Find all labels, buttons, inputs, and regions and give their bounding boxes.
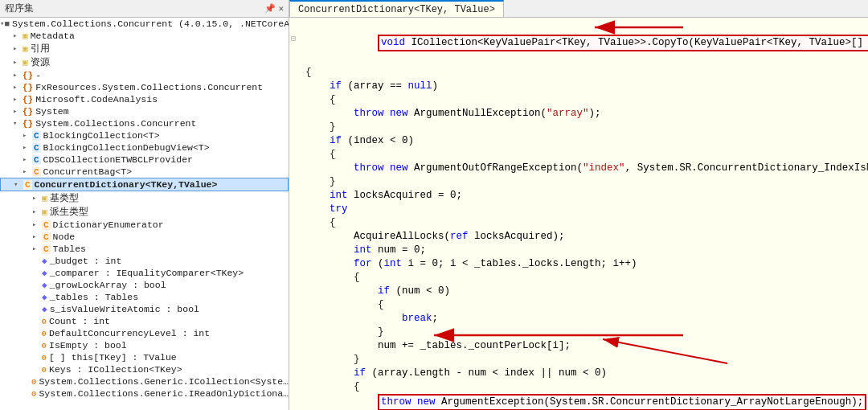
tree-label: ConcurrentBag<T> (43, 166, 132, 177)
namespace-icon: {} (23, 107, 33, 117)
folder-icon: ▣ (23, 57, 28, 68)
code-text: } (305, 353, 360, 367)
tree-label: 引用 (31, 43, 50, 55)
code-text: int num = 0; (305, 244, 426, 257)
expand-icon: ▸ (32, 244, 42, 253)
tree-label: _growLockArray : bool (50, 280, 166, 290)
code-line: { (305, 93, 862, 107)
expand-icon: ▸ (13, 44, 23, 53)
tree-item[interactable]: ▾ {} System.Collections.Concurrent (0, 117, 289, 129)
code-line: if (num < 0) (305, 285, 862, 298)
tree-item[interactable]: ▸ C CDSCollectionETWBCLProvider (0, 154, 289, 166)
code-line: break; (305, 312, 862, 326)
tree-item[interactable]: ▸ {} - (0, 69, 289, 81)
code-text: { (305, 93, 336, 107)
code-text: { (305, 148, 336, 162)
property-icon: ⚙ (42, 329, 47, 338)
top-bar: 程序集 📌 ✕ ConcurrentDictionary<TKey, TValu… (0, 0, 868, 18)
tree-item[interactable]: ◆ _budget : int (0, 255, 289, 267)
folder-icon: ▣ (42, 207, 47, 217)
tree-label: BlockingCollectionDebugView<T> (43, 142, 210, 153)
tree-item[interactable]: ◆ _tables : Tables (0, 291, 289, 303)
tree-label: - (35, 70, 41, 80)
tree-item[interactable]: ▸ C BlockingCollectionDebugView<T> (0, 141, 289, 154)
expand-icon: ▸ (23, 167, 32, 176)
tree-item[interactable]: ▸ {} FxResources.System.Collections.Conc… (0, 81, 289, 93)
property-icon: ⚙ (42, 353, 47, 363)
code-line: } (305, 175, 862, 189)
tree-item[interactable]: ▸ C Tables (0, 243, 289, 255)
tree-item[interactable]: ▾ ■ System.Collections.Concurrent (4.0.1… (0, 18, 289, 30)
tree-item[interactable]: ▸ C DictionaryEnumerator (0, 219, 289, 231)
tree-item-selected[interactable]: ▾ C ConcurrentDictionary<TKey,TValue> (0, 178, 289, 191)
collapse-marker[interactable]: ⊟ (291, 34, 296, 43)
namespace-icon: {} (23, 119, 33, 129)
code-line: { (305, 216, 862, 230)
tree-item[interactable]: ▸ C ConcurrentBag<T> (0, 166, 289, 178)
tree-label: System.Collections.Concurrent (4.0.15.0,… (12, 18, 289, 29)
class-icon: C (42, 232, 51, 242)
folder-icon: ▣ (42, 193, 47, 203)
expand-icon: ▸ (13, 95, 23, 104)
code-line: if (array.Length - num < index || num < … (305, 367, 862, 380)
tab-active[interactable]: ConcurrentDictionary<TKey, TValue> (289, 0, 504, 17)
tree-item[interactable]: ⚙ IsEmpty : bool (0, 339, 289, 351)
tree-item[interactable]: ▸ ▣ 基类型 (0, 191, 289, 205)
code-line: } (305, 326, 862, 339)
field-icon: ◆ (42, 304, 47, 314)
expand-icon: ▸ (23, 155, 32, 164)
code-line: } (305, 121, 862, 134)
tree-item[interactable]: ▸ ▣ Metadata (0, 30, 289, 42)
tree-label: Count : int (49, 316, 110, 326)
code-text: throw new ArgumentNullException("array")… (305, 107, 601, 121)
panel-toolbar: 📌 ✕ (264, 3, 284, 14)
tree-label: s_isValueWriteAtomic : bool (50, 304, 199, 314)
tree-item[interactable]: ◆ _comparer : IEqualityComparer<TKey> (0, 267, 289, 279)
tree-item[interactable]: ▸ ▣ 资源 (0, 55, 289, 69)
tree-label: Microsoft.CodeAnalysis (35, 94, 158, 105)
expand-icon: ▸ (23, 131, 32, 140)
app-container: 程序集 📌 ✕ ConcurrentDictionary<TKey, TValu… (0, 0, 868, 410)
tree-item[interactable]: ⚙ DefaultConcurrencyLevel : int (0, 327, 289, 339)
tree-item[interactable]: ▸ ▣ 引用 (0, 42, 289, 55)
tree-item[interactable]: ⚙ System.Collections.Generic.IReadOnlyDi… (0, 387, 289, 400)
tree-item[interactable]: ⚙ [ ] this[TKey] : TValue (0, 351, 289, 363)
tree-item[interactable]: ▸ ▣ 派生类型 (0, 205, 289, 219)
expand-icon: ▸ (23, 143, 32, 152)
tree-item[interactable]: ◆ _growLockArray : bool (0, 279, 289, 291)
tree-item[interactable]: ⚙ Keys : ICollection<TKey> (0, 363, 289, 375)
field-icon: ◆ (42, 268, 47, 278)
right-panel-header: ConcurrentDictionary<TKey, TValue> (289, 0, 868, 17)
expand-icon: ▸ (32, 232, 42, 241)
tree-item[interactable]: ▸ C Node (0, 231, 289, 243)
close-icon[interactable]: ✕ (278, 3, 284, 14)
tree-item[interactable]: ◆ s_isValueWriteAtomic : bool (0, 303, 289, 315)
code-text: { (305, 216, 336, 230)
tree-label: System.Collections.Generic.IReadOnlyDict… (39, 388, 289, 399)
tree-item[interactable]: ▸ {} Microsoft.CodeAnalysis (0, 93, 289, 105)
property-icon: ⚙ (42, 365, 47, 375)
code-text: num += _tables._countPerLock[i]; (305, 339, 571, 353)
main-layout: ▾ ■ System.Collections.Concurrent (4.0.1… (0, 18, 868, 410)
property-icon: ⚙ (42, 341, 47, 351)
class-icon: C (32, 131, 41, 141)
code-text: { (305, 380, 360, 394)
expand-icon: ▸ (13, 107, 23, 116)
code-text: AcquireAllLocks(ref locksAcquired); (305, 230, 565, 244)
code-text: } (305, 326, 384, 339)
tree-item[interactable]: ▸ C BlockingCollection<T> (0, 129, 289, 141)
tree-item[interactable]: ⚙ Count : int (0, 315, 289, 327)
tree-item[interactable]: ▸ {} System (0, 105, 289, 117)
property-icon: ⚙ (31, 377, 36, 387)
expand-icon: ▸ (13, 83, 23, 92)
code-text: } (305, 121, 336, 134)
tree-label: System (35, 106, 68, 117)
pin-icon[interactable]: 📌 (264, 3, 276, 14)
tree-item[interactable]: ⚙ System.Collections.Generic.ICollection… (0, 375, 289, 387)
tree-label: System.Collections.Concurrent (35, 118, 196, 129)
right-code-panel: ⊟ (289, 18, 868, 410)
expand-icon: ▾ (14, 180, 23, 189)
code-line: { (305, 380, 862, 394)
expand-icon: ▸ (13, 58, 23, 67)
expand-icon: ▾ (13, 119, 23, 128)
